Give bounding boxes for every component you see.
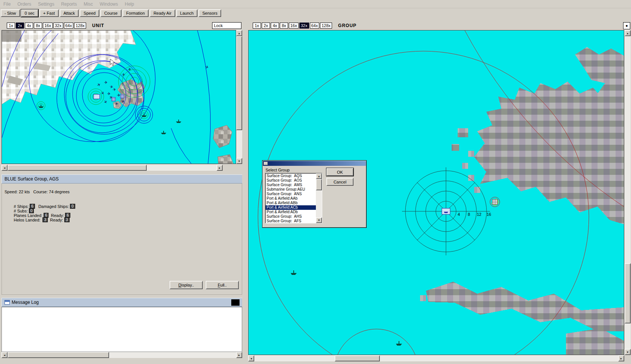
- unit-zoom-16x[interactable]: 16x: [43, 23, 53, 29]
- unit-zoom-32x[interactable]: 32x: [53, 23, 63, 29]
- port-airfield-marker[interactable]: [492, 199, 498, 205]
- menu-help[interactable]: Help: [121, 2, 138, 7]
- info-panel-body: Speed: 22 kts Course: 74 degrees # Ships…: [2, 184, 242, 295]
- menu-settings[interactable]: Settings: [35, 2, 58, 7]
- select-group-dialog: Select Group Surface Group: AQS Surface …: [262, 160, 367, 228]
- group-zoom-1x[interactable]: 1x: [253, 23, 261, 29]
- group-center-marker[interactable]: [442, 208, 450, 214]
- group-list-item[interactable]: Surface Group: AFS: [265, 219, 316, 223]
- scroll-left-icon[interactable]: ◄: [2, 165, 8, 171]
- unit-zoom-1x[interactable]: 1x: [7, 23, 15, 29]
- menu-misc[interactable]: Misc: [80, 2, 96, 7]
- time-step-button[interactable]: 0 sec: [21, 9, 38, 17]
- ok-button[interactable]: OK: [326, 168, 353, 176]
- unit-zoom-128x[interactable]: 128x: [74, 23, 86, 29]
- group-list-item[interactable]: Port & Airfield:ADb: [265, 210, 316, 214]
- svg-text:✈: ✈: [104, 80, 108, 85]
- message-log-icon: [5, 300, 10, 305]
- group-map-hscrollbar[interactable]: ◄ ►: [248, 355, 624, 361]
- center-toggle-button[interactable]: ●: [623, 22, 630, 29]
- group-zoom-16x[interactable]: 16x: [289, 23, 299, 29]
- menu-windows[interactable]: Windows: [96, 2, 121, 7]
- log-hscroll-thumb[interactable]: [8, 352, 109, 358]
- sensors-button[interactable]: Sensors: [199, 9, 221, 17]
- group-list-item[interactable]: Surface Group: AMS: [265, 183, 316, 187]
- dialog-titlebar[interactable]: [263, 161, 366, 166]
- unit-hscroll-thumb[interactable]: [8, 165, 147, 171]
- scroll-left-icon[interactable]: ◄: [248, 355, 254, 361]
- group-hscroll-thumb[interactable]: [335, 355, 380, 361]
- scroll-up-icon[interactable]: ▲: [625, 30, 631, 36]
- course-button[interactable]: Course: [100, 9, 121, 17]
- group-map-vscrollbar[interactable]: ▲ ▼: [625, 30, 631, 355]
- range-label-12: 12: [477, 212, 481, 217]
- message-log-title: Message Log: [12, 300, 39, 305]
- menu-bar: File Orders Settings Reports Misc Window…: [0, 0, 631, 8]
- listbox-scroll-thumb[interactable]: [316, 179, 322, 190]
- unit-map-hscrollbar[interactable]: ◄ ►: [2, 165, 223, 171]
- group-zoom-128x[interactable]: 128x: [320, 23, 332, 29]
- group-zoom-4x[interactable]: 4x: [271, 23, 279, 29]
- menu-orders[interactable]: Orders: [14, 2, 35, 7]
- cancel-button[interactable]: Cancel: [326, 178, 353, 186]
- group-list-item[interactable]: Surface Group: AQS: [265, 174, 316, 178]
- dialog-system-menu-icon[interactable]: [264, 162, 268, 165]
- scroll-right-icon[interactable]: ►: [217, 165, 223, 171]
- speed-course-text: Speed: 22 kts Course: 74 degrees: [2, 184, 242, 194]
- unit-zoom-4x[interactable]: 4x: [25, 23, 33, 29]
- unit-zoom-8x[interactable]: 8x: [34, 23, 42, 29]
- group-zoom-8x[interactable]: 8x: [280, 23, 288, 29]
- group-list-item[interactable]: Port & Airfield:AAb: [265, 196, 316, 201]
- lock-button[interactable]: Lock: [212, 22, 241, 29]
- message-log-content[interactable]: [2, 307, 242, 352]
- group-vscroll-thumb[interactable]: [625, 263, 631, 323]
- group-list-item[interactable]: Surface Group: AHS: [265, 214, 316, 219]
- group-info-panel: BLUE Surface Group, AGS Speed: 22 kts Co…: [2, 174, 242, 295]
- group-list-item[interactable]: Port & Airfield:ABb: [265, 201, 316, 205]
- message-log-square-button[interactable]: [231, 299, 240, 306]
- speed-button[interactable]: Speed: [80, 9, 99, 17]
- group-zoom-64x[interactable]: 64x: [310, 23, 320, 29]
- group-listbox: Surface Group: AQS Surface Group: AOS Su…: [265, 173, 322, 223]
- display-button[interactable]: Display..: [170, 281, 203, 289]
- group-list-item-selected[interactable]: Port & Airfield:ACb: [265, 205, 316, 210]
- launch-button[interactable]: Launch: [176, 9, 197, 17]
- scroll-down-icon[interactable]: ▼: [316, 217, 322, 223]
- scroll-left-icon[interactable]: ◄: [2, 352, 8, 358]
- surface-group-marker[interactable]: [94, 94, 100, 99]
- scroll-up-icon[interactable]: ▲: [236, 30, 242, 36]
- unit-zoom-2x[interactable]: 2x: [16, 23, 24, 29]
- group-list-item[interactable]: Submarine Group:AEU: [265, 187, 316, 192]
- formation-button[interactable]: Formation: [123, 9, 149, 17]
- planes-row: Planes Landed:6 Ready:6: [2, 208, 242, 213]
- group-panel-title: GROUP: [338, 23, 356, 28]
- listbox-scrollbar[interactable]: ▲ ▼: [316, 173, 322, 223]
- group-zoom-32x[interactable]: 32x: [299, 23, 309, 29]
- unit-panel-title: UNIT: [92, 23, 104, 28]
- group-list-item[interactable]: Surface Group: ANS: [265, 192, 316, 196]
- ready-air-button[interactable]: Ready Air: [150, 9, 175, 17]
- menu-file[interactable]: File: [0, 2, 14, 7]
- scroll-down-icon[interactable]: ▼: [236, 158, 242, 164]
- slow-button[interactable]: - Slow: [1, 9, 20, 17]
- scroll-right-icon[interactable]: ►: [618, 355, 624, 361]
- toolbar: - Slow 0 sec + Fast Attack Speed Course …: [0, 8, 631, 18]
- unit-map[interactable]: ✈ ✈ ✈ ✈ ✈ ✈ ✈ ✈ ✈ ✈ ✈ ✈ ✈ ✈ ✈: [2, 30, 236, 164]
- unit-zoom-64x[interactable]: 64x: [64, 23, 74, 29]
- menu-reports[interactable]: Reports: [58, 2, 80, 7]
- attack-button[interactable]: Attack: [60, 9, 79, 17]
- message-log-hscrollbar[interactable]: ◄ ►: [2, 352, 242, 358]
- message-log-panel: Message Log ◄ ►: [2, 298, 242, 358]
- scroll-down-icon[interactable]: ▼: [625, 349, 631, 355]
- scroll-right-icon[interactable]: ►: [236, 352, 242, 358]
- fast-button[interactable]: + Fast: [39, 9, 59, 17]
- svg-text:✈: ✈: [117, 93, 120, 97]
- full-button[interactable]: Full..: [206, 281, 239, 289]
- dialog-label: Select Group: [265, 168, 290, 172]
- scroll-up-icon[interactable]: ▲: [316, 173, 322, 179]
- group-list-item[interactable]: Surface Group: AOS: [265, 178, 316, 183]
- unit-vscroll-thumb[interactable]: [236, 36, 242, 130]
- range-label-8: 8: [468, 212, 470, 217]
- group-zoom-2x[interactable]: 2x: [262, 23, 270, 29]
- unit-map-vscrollbar[interactable]: ▲ ▼: [236, 30, 242, 164]
